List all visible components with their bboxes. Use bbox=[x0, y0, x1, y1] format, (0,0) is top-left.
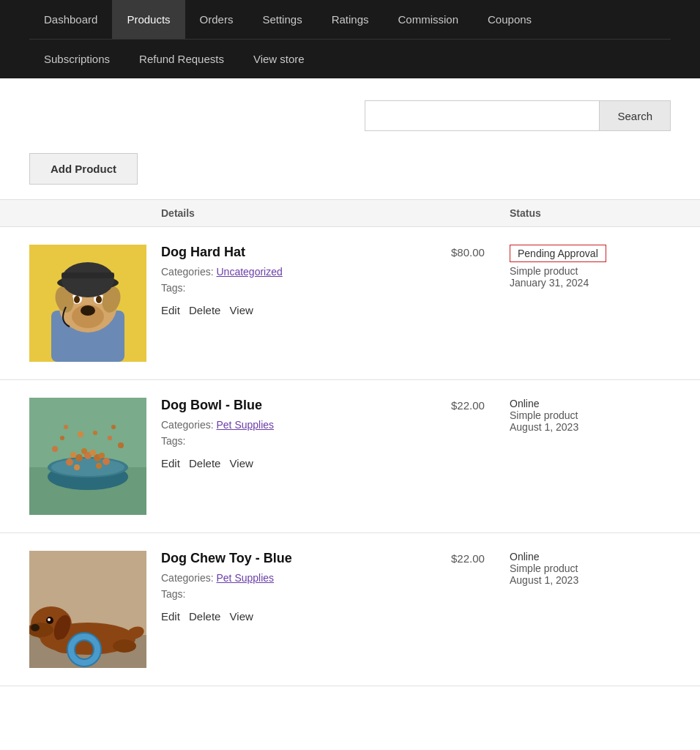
product-actions: Edit Delete View bbox=[161, 304, 451, 316]
table-row: Dog Bowl - Blue Categories: Pet Supplies… bbox=[0, 380, 700, 533]
svg-point-34 bbox=[78, 431, 83, 437]
categories-label: Categories: bbox=[161, 419, 214, 431]
status-online: Online bbox=[510, 551, 656, 562]
product-tags: Tags: bbox=[161, 588, 451, 600]
edit-link[interactable]: Edit bbox=[161, 610, 180, 623]
svg-point-31 bbox=[118, 442, 124, 448]
svg-point-51 bbox=[113, 639, 136, 653]
product-name: Dog Bowl - Blue bbox=[161, 398, 451, 413]
add-product-section: Add Product bbox=[0, 146, 700, 199]
svg-point-12 bbox=[62, 262, 114, 297]
product-image-dog-chew-toy bbox=[29, 551, 146, 668]
delete-link[interactable]: Delete bbox=[189, 457, 220, 469]
svg-point-8 bbox=[96, 296, 102, 303]
nav-item-coupons[interactable]: Coupons bbox=[473, 0, 546, 39]
svg-point-26 bbox=[90, 450, 96, 456]
view-link[interactable]: View bbox=[230, 457, 253, 469]
product-status-col: Online Simple product August 1, 2023 bbox=[510, 398, 656, 433]
product-details-dog-bowl: Dog Bowl - Blue Categories: Pet Supplies… bbox=[161, 398, 671, 469]
svg-point-45 bbox=[48, 618, 51, 621]
nav-item-refund-requests[interactable]: Refund Requests bbox=[124, 40, 239, 78]
add-product-button[interactable]: Add Product bbox=[29, 153, 138, 185]
svg-point-19 bbox=[66, 458, 73, 466]
details-price-row: Dog Chew Toy - Blue Categories: Pet Supp… bbox=[161, 551, 656, 623]
product-actions: Edit Delete View bbox=[161, 457, 451, 469]
category-link[interactable]: Pet Supplies bbox=[216, 572, 274, 584]
main-navigation: Dashboard Products Orders Settings Ratin… bbox=[0, 0, 700, 78]
tags-label: Tags: bbox=[161, 435, 185, 447]
status-type: Simple product bbox=[510, 562, 656, 574]
tags-label: Tags: bbox=[161, 282, 185, 294]
product-name: Dog Hard Hat bbox=[161, 245, 451, 260]
nav-item-products[interactable]: Products bbox=[112, 0, 185, 39]
search-input[interactable] bbox=[365, 100, 599, 131]
product-status-col: Pending Approval Simple product January … bbox=[510, 245, 656, 289]
edit-link[interactable]: Edit bbox=[161, 457, 180, 469]
nav-item-view-store[interactable]: View store bbox=[239, 40, 319, 78]
svg-point-25 bbox=[81, 448, 87, 454]
svg-rect-13 bbox=[62, 272, 114, 278]
product-status-col: Online Simple product August 1, 2023 bbox=[510, 551, 656, 586]
nav-item-orders[interactable]: Orders bbox=[185, 0, 248, 39]
product-price: $22.00 bbox=[451, 551, 510, 565]
search-section: Search bbox=[0, 78, 700, 146]
status-date: January 31, 2024 bbox=[510, 277, 656, 289]
table-row: Dog Chew Toy - Blue Categories: Pet Supp… bbox=[0, 533, 700, 686]
product-tags: Tags: bbox=[161, 435, 451, 447]
nav-row-2: Subscriptions Refund Requests View store bbox=[29, 39, 671, 78]
nav-item-dashboard[interactable]: Dashboard bbox=[29, 0, 112, 39]
product-image-dog-hard-hat bbox=[29, 245, 146, 362]
col-details-header: Details bbox=[161, 207, 510, 219]
product-tags: Tags: bbox=[161, 282, 451, 294]
svg-point-36 bbox=[64, 425, 68, 429]
delete-link[interactable]: Delete bbox=[189, 610, 220, 623]
product-details-dog-chew-toy: Dog Chew Toy - Blue Categories: Pet Supp… bbox=[161, 551, 671, 623]
nav-item-settings[interactable]: Settings bbox=[247, 0, 316, 39]
dog-bowl-svg bbox=[29, 398, 146, 515]
product-price: $80.00 bbox=[451, 245, 510, 259]
dog-chew-toy-svg bbox=[29, 551, 146, 668]
svg-point-24 bbox=[70, 452, 76, 458]
col-image-header bbox=[29, 207, 161, 219]
svg-point-35 bbox=[93, 431, 97, 435]
categories-label: Categories: bbox=[161, 266, 214, 278]
svg-point-37 bbox=[111, 425, 116, 429]
svg-point-18 bbox=[51, 458, 124, 476]
product-categories: Categories: Pet Supplies bbox=[161, 419, 451, 431]
svg-point-7 bbox=[74, 296, 80, 303]
categories-label: Categories: bbox=[161, 572, 214, 584]
svg-point-43 bbox=[31, 624, 40, 631]
category-link[interactable]: Uncategorized bbox=[216, 266, 282, 278]
svg-point-32 bbox=[108, 436, 112, 440]
view-link[interactable]: View bbox=[230, 610, 253, 623]
product-categories: Categories: Uncategorized bbox=[161, 266, 451, 278]
product-actions: Edit Delete View bbox=[161, 610, 451, 623]
nav-item-ratings[interactable]: Ratings bbox=[317, 0, 384, 39]
nav-item-commission[interactable]: Commission bbox=[384, 0, 474, 39]
svg-point-27 bbox=[99, 453, 105, 458]
status-badge-pending: Pending Approval bbox=[510, 245, 606, 262]
details-price-row: Dog Bowl - Blue Categories: Pet Supplies… bbox=[161, 398, 656, 469]
nav-item-subscriptions[interactable]: Subscriptions bbox=[29, 40, 124, 78]
product-price: $22.00 bbox=[451, 398, 510, 412]
svg-point-30 bbox=[52, 446, 58, 452]
product-image-dog-bowl bbox=[29, 398, 146, 515]
svg-point-23 bbox=[103, 458, 110, 465]
details-price-row: Dog Hard Hat Categories: Uncategorized T… bbox=[161, 245, 656, 316]
status-date: August 1, 2023 bbox=[510, 421, 656, 433]
nav-row-1: Dashboard Products Orders Settings Ratin… bbox=[29, 0, 671, 39]
edit-link[interactable]: Edit bbox=[161, 304, 180, 316]
view-link[interactable]: View bbox=[230, 304, 253, 316]
status-date: August 1, 2023 bbox=[510, 574, 656, 586]
search-button[interactable]: Search bbox=[599, 100, 671, 131]
table-header: Details Status bbox=[0, 199, 700, 227]
delete-link[interactable]: Delete bbox=[189, 304, 220, 316]
product-categories: Categories: Pet Supplies bbox=[161, 572, 451, 584]
status-type: Simple product bbox=[510, 265, 656, 277]
table-row: Dog Hard Hat Categories: Uncategorized T… bbox=[0, 227, 700, 380]
tags-label: Tags: bbox=[161, 588, 185, 600]
category-link[interactable]: Pet Supplies bbox=[216, 419, 274, 431]
svg-point-29 bbox=[96, 463, 102, 469]
dog-hard-hat-svg bbox=[29, 245, 146, 362]
product-name: Dog Chew Toy - Blue bbox=[161, 551, 451, 566]
